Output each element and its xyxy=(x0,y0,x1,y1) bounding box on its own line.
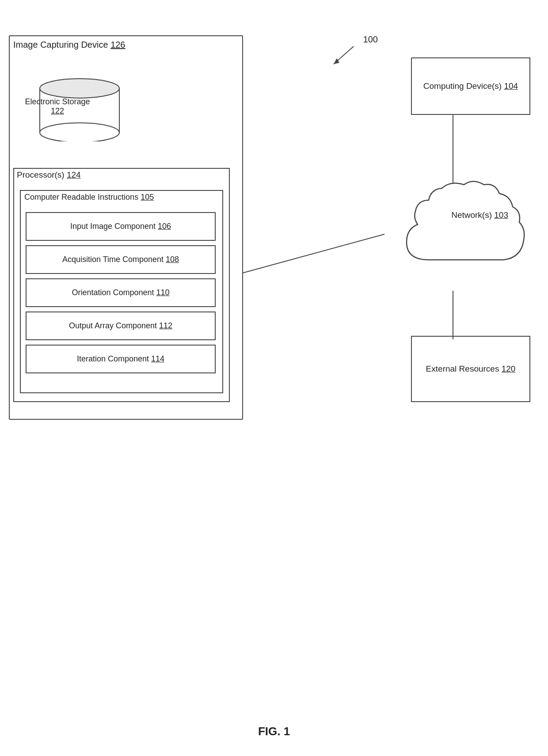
external-resources-box: External Resources 120 xyxy=(411,336,530,402)
ref-100-label: 100 xyxy=(363,34,378,45)
processor-label: Processor(s) 124 xyxy=(17,170,81,180)
iteration-component-box: Iteration Component 114 xyxy=(26,345,216,373)
figure-label: FIG. 1 xyxy=(258,725,290,738)
svg-line-2 xyxy=(242,234,384,273)
svg-point-7 xyxy=(40,79,119,98)
output-array-component-box: Output Array Component 112 xyxy=(26,312,216,340)
computing-device-box: Computing Device(s) 104 xyxy=(411,57,530,115)
svg-line-0 xyxy=(334,46,354,64)
network-label: Network(s) 103 xyxy=(451,210,508,220)
svg-point-6 xyxy=(40,123,119,141)
image-capturing-device-label: Image Capturing Device 126 xyxy=(13,40,126,50)
cri-label: Computer Readable Instructions 105 xyxy=(24,193,154,202)
network-cloud xyxy=(402,171,530,291)
electronic-storage-label: Electronic Storage122 xyxy=(13,97,102,116)
input-image-component-box: Input Image Component 106 xyxy=(26,212,216,241)
acquisition-time-component-box: Acquisition Time Component 108 xyxy=(26,245,216,274)
svg-marker-1 xyxy=(334,58,339,64)
orientation-component-box: Orientation Component 110 xyxy=(26,278,216,307)
